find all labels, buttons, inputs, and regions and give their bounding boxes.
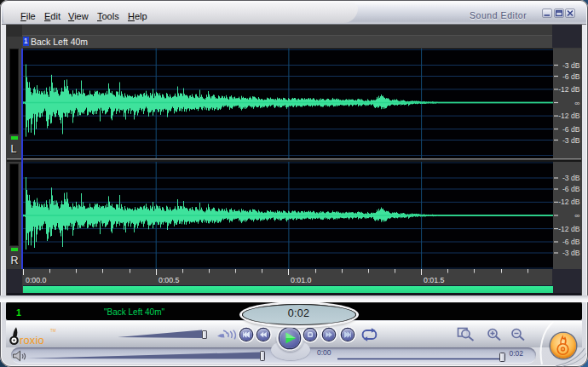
svg-text:∞: ∞ xyxy=(574,211,579,220)
svg-text:-12 dB: -12 dB xyxy=(558,198,580,206)
svg-text:0:01.0: 0:01.0 xyxy=(291,275,312,284)
svg-text:0:00.5: 0:00.5 xyxy=(159,275,180,284)
svg-text:0:00.0: 0:00.0 xyxy=(26,275,47,284)
svg-text:-12 dB: -12 dB xyxy=(558,85,580,94)
svg-text:-6 dB: -6 dB xyxy=(562,72,579,81)
svg-text:-12 dB: -12 dB xyxy=(558,224,580,232)
svg-text:∞: ∞ xyxy=(574,99,579,107)
svg-text:-3 dB: -3 dB xyxy=(562,174,579,182)
svg-text:-6 dB: -6 dB xyxy=(562,125,579,134)
svg-text:-3 dB: -3 dB xyxy=(562,136,579,145)
svg-text:roxio: roxio xyxy=(20,334,44,347)
svg-text:0:01.5: 0:01.5 xyxy=(424,275,445,284)
svg-text:-3 dB: -3 dB xyxy=(562,249,579,257)
svg-text:-12 dB: -12 dB xyxy=(558,112,580,120)
svg-text:-6 dB: -6 dB xyxy=(562,185,579,193)
svg-text:TM: TM xyxy=(50,329,56,333)
svg-text:-6 dB: -6 dB xyxy=(562,238,579,246)
svg-text:-3 dB: -3 dB xyxy=(562,61,579,70)
